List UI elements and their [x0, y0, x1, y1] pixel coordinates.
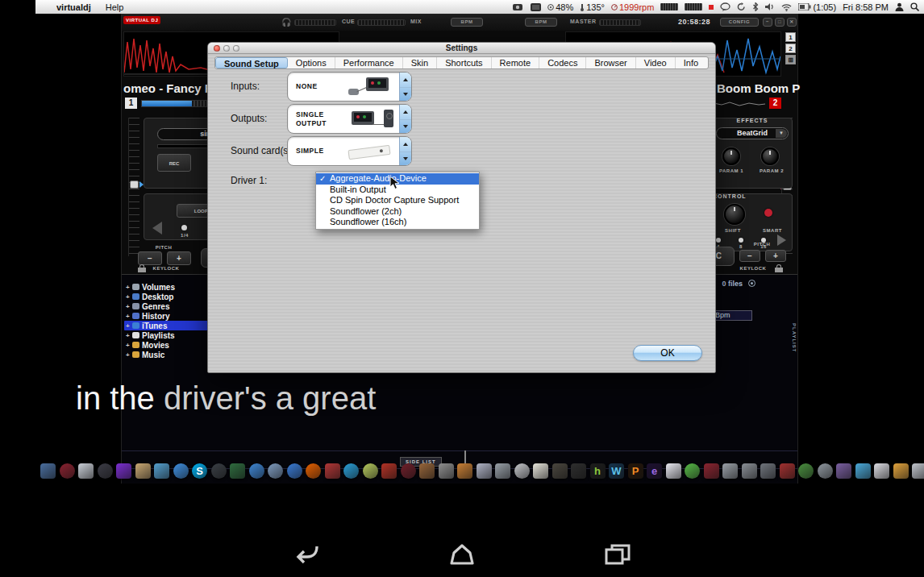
dock-icon[interactable] [363, 463, 378, 479]
pitch-minus-right-button[interactable]: − [739, 250, 760, 262]
user-icon[interactable] [895, 2, 904, 11]
play-icon[interactable] [777, 235, 786, 246]
param1-knob[interactable] [722, 147, 740, 165]
dock-icon[interactable] [912, 463, 924, 479]
dock-icon[interactable]: S [192, 463, 207, 479]
dock-icon[interactable]: P [628, 463, 643, 479]
tab-shortcuts[interactable]: Shortcuts [437, 57, 491, 68]
driver-option[interactable]: Soundflower (16ch) [316, 217, 479, 228]
tab-video[interactable]: Video [636, 57, 676, 68]
sidebar-item-movies[interactable]: +Movies [124, 340, 219, 350]
shift-knob[interactable] [724, 204, 745, 225]
dock-icon[interactable] [439, 463, 454, 479]
headphone-volume-slider[interactable] [294, 19, 336, 26]
cpu-graph-icon[interactable] [660, 3, 678, 10]
playlist-vertical-label[interactable]: PLAYLIST [792, 323, 797, 352]
deck2-snap-button[interactable]: 2 [785, 44, 796, 53]
dock-icon[interactable] [306, 463, 321, 479]
sidebar-item-history[interactable]: +History [124, 311, 219, 321]
dock-icon[interactable] [780, 463, 795, 479]
dock-icon[interactable] [874, 463, 889, 479]
dock-icon[interactable]: W [609, 463, 624, 479]
effect-select[interactable]: BeatGrid▼ [716, 127, 789, 139]
tab-codecs[interactable]: Codecs [539, 57, 586, 68]
tab-performance[interactable]: Performance [335, 57, 403, 68]
dock-icon[interactable] [818, 463, 833, 479]
dock-icon[interactable] [893, 463, 909, 479]
dock-icon[interactable] [230, 463, 245, 479]
camera-icon[interactable] [513, 3, 524, 11]
expand-icon[interactable]: + [126, 351, 132, 359]
dock-icon[interactable] [343, 463, 359, 479]
expand-icon[interactable]: + [126, 342, 132, 349]
cue-mix-slider[interactable] [357, 19, 406, 26]
expand-icon[interactable]: + [126, 313, 132, 320]
dock-icon[interactable] [571, 463, 586, 479]
gear-icon[interactable] [748, 280, 755, 287]
soundcards-stepper[interactable] [399, 137, 411, 165]
minimize-button[interactable]: − [763, 18, 772, 27]
dock-icon[interactable]: h [590, 463, 606, 479]
zoom-window-button[interactable] [233, 45, 239, 52]
dock-icon[interactable] [287, 463, 302, 479]
dock-icon[interactable] [381, 463, 397, 479]
tab-info[interactable]: Info [676, 57, 706, 68]
expand-icon[interactable]: + [126, 322, 132, 330]
fan-icon[interactable]: 48% [547, 2, 573, 12]
bpm-column-header[interactable]: Bpm [712, 310, 752, 321]
outputs-selector[interactable]: SINGLE OUTPUT [287, 104, 412, 134]
dock-icon[interactable] [552, 463, 568, 479]
dock-icon[interactable] [60, 463, 75, 479]
tab-sound-setup[interactable]: Sound Setup [215, 57, 288, 68]
loop-back-icon[interactable] [152, 222, 162, 235]
dock-icon[interactable] [116, 463, 131, 479]
sample-rec-button[interactable]: REC [157, 154, 191, 172]
beat-dot-4[interactable] [716, 238, 721, 243]
tab-remote[interactable]: Remote [492, 57, 540, 68]
sidebar-item-playlists[interactable]: +Playlists [124, 330, 219, 340]
menu-item-help[interactable]: Help [106, 2, 124, 12]
menu-item-virtualdj[interactable]: virtualdj [56, 2, 91, 12]
red-indicator-icon[interactable] [709, 5, 714, 10]
dock-icon[interactable] [685, 463, 700, 479]
sidebar-item-genres[interactable]: +Genres [124, 301, 219, 311]
deck-left-pitch-slider[interactable] [128, 118, 139, 256]
back-button[interactable] [290, 542, 323, 569]
outputs-stepper[interactable] [399, 105, 411, 133]
dock-icon[interactable] [154, 463, 169, 479]
bpm-left-button[interactable]: BPM [451, 18, 483, 27]
grid-snap-button[interactable]: ⊞ [785, 55, 796, 64]
bpm-right-button[interactable]: BPM [525, 18, 557, 27]
pitch-plus-left-button[interactable]: + [167, 251, 191, 265]
battery-icon[interactable]: (1:05) [798, 2, 836, 12]
dock-icon[interactable] [742, 463, 757, 479]
dock-icon[interactable]: e [647, 463, 662, 479]
dock-icon[interactable] [173, 463, 189, 479]
recents-button[interactable] [601, 542, 634, 569]
minimize-window-button[interactable] [223, 45, 230, 52]
dock-icon[interactable] [855, 463, 871, 479]
chat-icon[interactable] [720, 2, 730, 11]
status-text[interactable]: Fri 8:58 PM [843, 2, 889, 12]
close-button[interactable]: ✕ [787, 18, 797, 27]
beat-dot-8[interactable] [739, 238, 743, 243]
inputs-selector[interactable]: NONE [287, 72, 412, 102]
dock-icon[interactable] [533, 463, 548, 479]
wifi-icon[interactable] [781, 3, 792, 11]
dock-icon[interactable] [78, 463, 94, 479]
bluetooth-icon[interactable] [752, 2, 759, 11]
master-volume-slider[interactable] [599, 19, 641, 26]
screen-icon[interactable] [531, 3, 541, 11]
dock-icon[interactable] [268, 463, 283, 479]
home-button[interactable] [446, 542, 478, 569]
dock-icon[interactable] [495, 463, 510, 479]
dock-icon[interactable] [704, 463, 719, 479]
dock-icon[interactable] [666, 463, 681, 479]
tab-browser[interactable]: Browser [586, 57, 635, 68]
dock-icon[interactable] [249, 463, 264, 479]
dock-icon[interactable] [836, 463, 851, 479]
param2-knob[interactable] [761, 147, 779, 165]
close-window-button[interactable] [214, 45, 220, 52]
sync-icon[interactable] [737, 2, 746, 11]
sidebar-item-desktop[interactable]: +Desktop [124, 292, 219, 301]
